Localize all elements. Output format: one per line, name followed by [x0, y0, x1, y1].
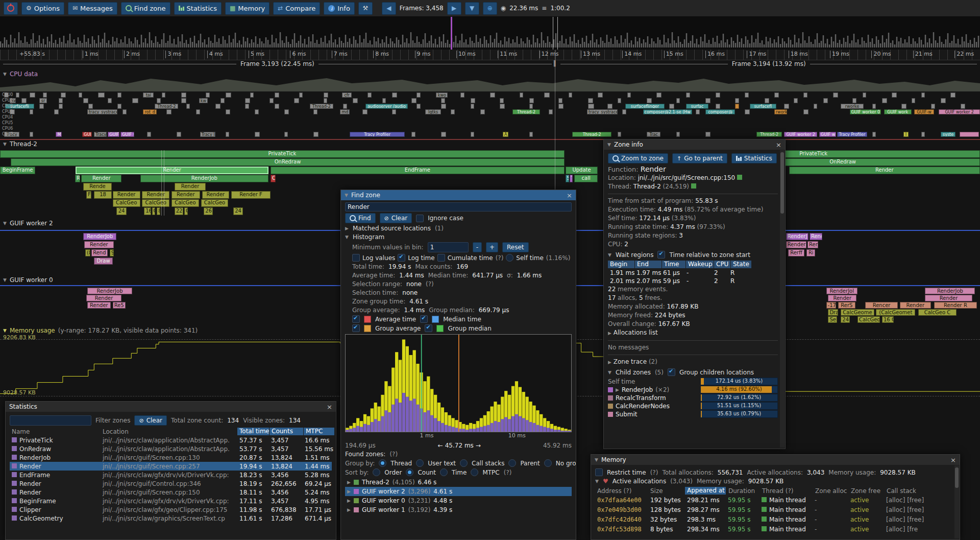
timeline-zone[interactable] — [245, 98, 250, 103]
table-row[interactable]: BeginFramejni/../jni/src/claw/gfx/drv/vk… — [10, 497, 332, 505]
info-button[interactable]: iInfo — [324, 2, 355, 15]
timeline-zone[interactable] — [500, 98, 504, 103]
timeline-zone[interactable]: Render — [86, 295, 121, 301]
timeline-zone[interactable]: GUIF worker 2 — [939, 109, 980, 114]
timeline-zone[interactable] — [186, 104, 190, 109]
timeline-zone[interactable]: Thread-2 — [155, 104, 178, 109]
statistics-titlebar[interactable]: Statistics × — [6, 402, 336, 412]
timeline-zone[interactable]: Ri — [806, 249, 815, 256]
timeline-zone[interactable] — [716, 104, 721, 109]
timeline-zone[interactable]: CalcGeo — [857, 316, 880, 323]
timeline-zone[interactable] — [284, 132, 288, 137]
allocation-row[interactable]: 0x7dfc53d8988 bytes298.34 ms59.95 sMain … — [595, 524, 955, 534]
scrollbar[interactable] — [954, 465, 959, 538]
table-row[interactable]: Renderjni/../jni/src/guif/Control.cpp:34… — [10, 479, 332, 488]
timeline-zone[interactable] — [21, 98, 27, 103]
frame-markers-row[interactable]: Frame 3,193 (22.45 ms) Frame 3,194 (13.9… — [0, 60, 980, 68]
timeline-zone[interactable] — [83, 98, 88, 103]
timeline-zone[interactable]: rworke — [841, 104, 863, 109]
timeline-zone[interactable] — [544, 92, 550, 98]
timeline-zone[interactable]: RenderJob — [140, 175, 269, 182]
timeline-zone[interactable]: tracy_systrace — [87, 109, 118, 114]
frame-dropdown-button[interactable]: ▼ — [465, 2, 479, 15]
timeline-zone[interactable] — [765, 98, 770, 103]
timeline-zone[interactable] — [656, 92, 662, 98]
child-zone-row[interactable]: ▶RenderJob(×2)4.16 ms (92.60%) — [608, 386, 778, 393]
timeline-zone[interactable] — [255, 109, 259, 114]
timeline-zone[interactable]: CalcGeo — [172, 199, 199, 207]
legend-checkbox[interactable] — [425, 324, 432, 332]
timeline-zone[interactable]: tai — [143, 92, 154, 98]
timeline-zone[interactable] — [471, 104, 475, 109]
timeline-zone[interactable] — [558, 98, 562, 103]
allocation-row[interactable]: 0x7dfaa64e00192 bytes298.21 ms59.95 sMai… — [595, 495, 955, 505]
timeline-zone[interactable] — [931, 104, 935, 109]
timeline-zone[interactable] — [61, 92, 66, 98]
timeline-zone[interactable] — [108, 98, 112, 103]
timeline-zone[interactable] — [745, 92, 749, 98]
column-header[interactable]: End — [635, 261, 662, 268]
timeline-zone[interactable]: 26 — [204, 207, 212, 215]
timeline-zone[interactable]: I — [903, 132, 909, 137]
timeline-zone[interactable] — [676, 98, 680, 103]
child-zone-row[interactable]: RecalcTransform72.92 us (1.62%) — [608, 394, 778, 402]
find-zone-button[interactable]: Find zone — [121, 2, 170, 15]
self-time-row[interactable]: Self time172.14 us (3.83%) — [608, 378, 778, 385]
timeline-zone[interactable] — [157, 98, 161, 103]
timeline-zone[interactable] — [863, 92, 867, 98]
column-header[interactable]: Thread (?) — [760, 487, 813, 495]
timeline-zone[interactable] — [245, 104, 249, 109]
search-input[interactable] — [345, 202, 572, 212]
timeline-zone[interactable] — [299, 92, 303, 98]
timeline-zone[interactable] — [794, 98, 798, 103]
timeline-zone[interactable]: rot_d — [143, 109, 157, 114]
ignore-case-checkbox[interactable] — [416, 215, 424, 222]
timeline-zone[interactable] — [529, 104, 533, 109]
min-bin-increase-button[interactable]: + — [486, 242, 498, 252]
timeline-zone[interactable]: Render — [113, 191, 140, 199]
timeline-zone[interactable]: (8 — [85, 249, 90, 256]
collapse-arrow-icon[interactable]: ▼ — [595, 479, 599, 484]
table-row[interactable]: RenderJobjni/../jni/src/guif/Screen.cpp:… — [10, 453, 332, 462]
timeline-zone[interactable] — [181, 98, 186, 103]
timeline-zone[interactable]: C — [184, 207, 188, 215]
timeline-zone[interactable]: M — [56, 132, 62, 137]
timeline-zone[interactable] — [823, 98, 828, 103]
timeline-zone[interactable] — [98, 92, 105, 98]
timeline-zone[interactable] — [803, 92, 807, 98]
timeline-zone[interactable] — [686, 92, 690, 98]
timeline-zone[interactable] — [588, 98, 593, 103]
timeline-zone[interactable]: lgtks — [425, 109, 441, 114]
timeline-zone[interactable]: Tracy Profiler — [350, 132, 405, 137]
sort-by-radio[interactable] — [440, 468, 448, 476]
timeline-zone[interactable]: Render — [142, 191, 169, 199]
statistics-button[interactable]: Statistics — [174, 2, 222, 15]
column-header[interactable]: Zone free — [849, 487, 885, 495]
timeline-zone[interactable] — [569, 92, 573, 98]
timeline-zone[interactable] — [872, 104, 876, 109]
timeline-zone[interactable] — [784, 104, 789, 109]
column-header[interactable]: Begin — [608, 261, 634, 268]
column-header[interactable]: Time — [662, 261, 685, 268]
table-row[interactable]: PrivateTickjni/../jni/src/claw/applicati… — [10, 436, 332, 444]
allocation-row[interactable]: 0x7e049b3d00128 bytes298.27 ms59.95 sMai… — [595, 505, 955, 514]
scrollbar-thumb[interactable] — [955, 467, 959, 488]
timeline-zone[interactable] — [607, 104, 612, 109]
timeline-zone[interactable]: Render — [84, 241, 114, 248]
timeline-zone[interactable]: surfaceflinger — [625, 104, 665, 109]
messages-button[interactable]: ✉Messages — [68, 2, 117, 15]
timeline-zone[interactable] — [275, 92, 280, 98]
timeline-zone[interactable] — [872, 132, 876, 137]
power-button[interactable] — [4, 2, 18, 15]
memory-button[interactable]: ▦Memory — [225, 2, 270, 15]
self-time-toggle[interactable] — [506, 254, 513, 262]
timeline-zone[interactable] — [117, 92, 121, 98]
timeline-zone[interactable] — [912, 98, 916, 103]
timeline-zone[interactable] — [774, 92, 779, 98]
timeline-zone[interactable]: GUIF — [108, 132, 119, 137]
timeline-zone[interactable]: Render F — [231, 191, 271, 199]
timeline-zone[interactable] — [54, 109, 59, 114]
timeline-zone[interactable]: 9 — [110, 249, 114, 256]
timeline-zone[interactable]: surfac — [686, 104, 708, 109]
timeline-zone[interactable] — [362, 109, 368, 114]
